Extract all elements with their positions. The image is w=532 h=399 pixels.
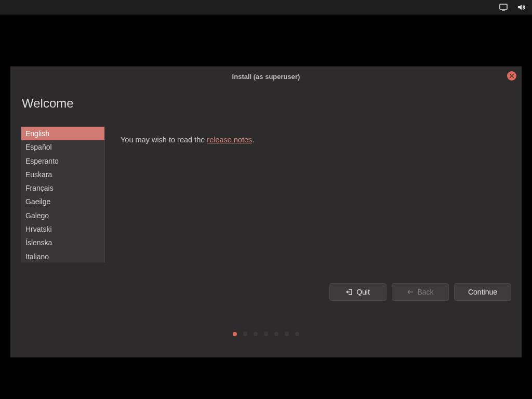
language-option[interactable]: Euskara [21, 168, 104, 181]
language-option[interactable]: Français [21, 181, 104, 195]
language-option[interactable]: Gaeilge [21, 195, 104, 208]
pager-dot [233, 332, 237, 336]
pager-dot [285, 332, 289, 336]
back-button-label: Back [417, 288, 433, 296]
window-close-button[interactable] [507, 71, 516, 81]
pager-dot [295, 332, 299, 336]
pager-dot [274, 332, 278, 336]
svg-rect-1 [502, 10, 505, 11]
page-title: Welcome [22, 96, 511, 111]
volume-icon[interactable] [516, 3, 526, 12]
main-row: EnglishEspañolEsperantoEuskaraFrançaisGa… [21, 126, 511, 262]
release-notes-link[interactable]: release notes [207, 136, 252, 144]
quit-button-label: Quit [356, 288, 370, 296]
release-notes-text: You may wish to read the release notes. [121, 136, 254, 144]
info-suffix: . [252, 136, 254, 144]
back-button: Back [392, 283, 449, 301]
language-option[interactable]: Italiano [21, 250, 104, 262]
window-titlebar: Install (as superuser) [10, 67, 522, 86]
arrow-left-icon [407, 288, 414, 296]
language-option[interactable]: Galego [21, 209, 104, 222]
quit-button[interactable]: Quit [329, 283, 387, 301]
button-row: Quit Back Continue [21, 283, 511, 301]
pager-dot [243, 332, 247, 336]
continue-button-label: Continue [468, 288, 497, 296]
step-pager [21, 332, 511, 336]
language-option[interactable]: Hrvatski [21, 222, 104, 236]
pager-dot [254, 332, 258, 336]
pager-dot [264, 332, 268, 336]
info-prefix: You may wish to read the [121, 136, 207, 144]
installer-content: Welcome EnglishEspañolEsperantoEuskaraFr… [10, 86, 522, 357]
window-title: Install (as superuser) [232, 73, 300, 81]
quit-icon [346, 288, 353, 296]
installer-window: Install (as superuser) Welcome EnglishEs… [10, 66, 522, 357]
system-topbar [0, 0, 532, 15]
language-option[interactable]: Español [21, 140, 104, 154]
language-option[interactable]: English [21, 127, 104, 140]
continue-button[interactable]: Continue [454, 283, 511, 301]
svg-rect-0 [500, 4, 507, 9]
close-icon [509, 73, 514, 78]
language-option[interactable]: Esperanto [21, 154, 104, 168]
language-list[interactable]: EnglishEspañolEsperantoEuskaraFrançaisGa… [21, 126, 105, 262]
display-icon[interactable] [499, 3, 508, 12]
language-option[interactable]: Íslenska [21, 236, 104, 249]
